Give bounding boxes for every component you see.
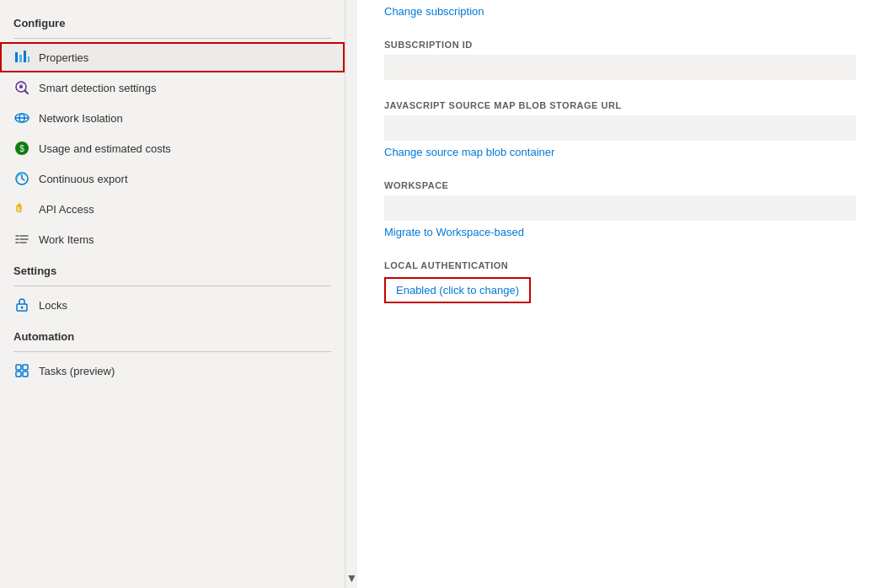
sidebar-item-usage-costs[interactable]: $ Usage and estimated costs bbox=[0, 133, 345, 163]
sidebar-scrollbar: ▼ bbox=[345, 0, 357, 588]
sidebar-item-smart-detection-label: Smart detection settings bbox=[39, 82, 156, 94]
main-content: Change subscription SUBSCRIPTION ID JAVA… bbox=[357, 0, 883, 588]
configure-divider bbox=[13, 38, 331, 39]
svg-point-5 bbox=[19, 85, 23, 88]
change-source-map-link[interactable]: Change source map blob container bbox=[384, 146, 554, 158]
sidebar-item-usage-costs-label: Usage and estimated costs bbox=[39, 142, 171, 155]
subscription-id-section: SUBSCRIPTION ID bbox=[384, 40, 856, 80]
svg-text:$: $ bbox=[19, 144, 24, 153]
svg-rect-0 bbox=[15, 52, 18, 62]
sidebar-item-locks[interactable]: Locks bbox=[0, 290, 345, 320]
svg-point-19 bbox=[19, 208, 20, 210]
workspace-label: WORKSPACE bbox=[384, 180, 856, 190]
sidebar-item-work-items[interactable]: Work Items bbox=[0, 224, 345, 254]
settings-divider bbox=[13, 286, 331, 286]
svg-rect-2 bbox=[24, 51, 26, 62]
locks-icon bbox=[13, 297, 30, 313]
sidebar-item-smart-detection[interactable]: Smart detection settings bbox=[0, 72, 345, 103]
svg-rect-29 bbox=[23, 365, 28, 370]
sidebar-item-continuous-export[interactable]: Continuous export bbox=[0, 163, 345, 194]
work-items-icon bbox=[13, 231, 30, 248]
sidebar-item-network-isolation-label: Network Isolation bbox=[39, 112, 123, 125]
sidebar-item-properties[interactable]: Properties bbox=[0, 42, 345, 72]
js-source-map-label: JAVASCRIPT SOURCE MAP BLOB STORAGE URL bbox=[384, 100, 856, 110]
sidebar-item-locks-label: Locks bbox=[39, 299, 67, 312]
js-source-map-section: JAVASCRIPT SOURCE MAP BLOB STORAGE URL C… bbox=[384, 100, 856, 160]
sidebar-item-api-access[interactable]: API Access bbox=[0, 194, 345, 224]
svg-point-27 bbox=[21, 307, 24, 309]
svg-line-6 bbox=[25, 91, 29, 94]
svg-rect-3 bbox=[28, 56, 29, 62]
sidebar: Configure Properties Smart detection set… bbox=[0, 0, 345, 588]
svg-rect-28 bbox=[16, 365, 21, 370]
local-auth-section: LOCAL AUTHENTICATION Enabled (click to c… bbox=[384, 260, 856, 303]
automation-section-label: Automation bbox=[0, 320, 345, 348]
js-source-map-input[interactable] bbox=[384, 115, 856, 141]
svg-rect-31 bbox=[23, 372, 28, 377]
sidebar-item-properties-label: Properties bbox=[39, 51, 88, 64]
sidebar-item-api-access-label: API Access bbox=[39, 203, 94, 216]
sidebar-item-continuous-export-label: Continuous export bbox=[39, 173, 128, 185]
api-access-icon bbox=[13, 200, 30, 217]
properties-icon bbox=[13, 49, 30, 66]
configure-section-label: Configure bbox=[0, 7, 345, 35]
sidebar-item-network-isolation[interactable]: Network Isolation bbox=[0, 103, 345, 133]
automation-divider bbox=[13, 351, 331, 352]
subscription-id-label: SUBSCRIPTION ID bbox=[384, 40, 856, 50]
tasks-icon bbox=[13, 362, 30, 379]
change-subscription-link[interactable]: Change subscription bbox=[384, 5, 484, 18]
subscription-id-input[interactable] bbox=[384, 55, 856, 80]
sidebar-item-work-items-label: Work Items bbox=[39, 233, 94, 246]
change-subscription-section: Change subscription bbox=[384, 0, 856, 19]
continuous-export-icon bbox=[13, 170, 30, 187]
sidebar-item-tasks-preview[interactable]: Tasks (preview) bbox=[0, 355, 345, 386]
migrate-workspace-link[interactable]: Migrate to Workspace-based bbox=[384, 226, 524, 238]
workspace-section: WORKSPACE Migrate to Workspace-based bbox=[384, 180, 856, 240]
network-isolation-icon bbox=[13, 110, 30, 126]
sidebar-item-tasks-preview-label: Tasks (preview) bbox=[39, 365, 115, 377]
local-auth-label: LOCAL AUTHENTICATION bbox=[384, 260, 856, 270]
smart-detection-icon bbox=[13, 79, 30, 96]
svg-rect-30 bbox=[16, 372, 21, 377]
workspace-input[interactable] bbox=[384, 195, 856, 221]
usage-costs-icon: $ bbox=[13, 140, 30, 157]
local-auth-enabled-badge[interactable]: Enabled (click to change) bbox=[384, 277, 531, 303]
svg-rect-1 bbox=[19, 55, 22, 62]
scroll-down-arrow[interactable]: ▼ bbox=[346, 571, 358, 585]
settings-section-label: Settings bbox=[0, 254, 345, 282]
